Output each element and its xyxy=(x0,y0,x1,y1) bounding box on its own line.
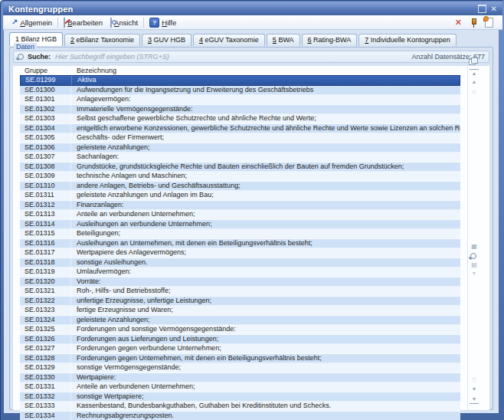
cell-bezeichnung: Forderungen aus Lieferungen und Leistung… xyxy=(71,335,460,344)
cell-bezeichnung: Ausleihungen an Unternehmen, mit denen e… xyxy=(71,239,460,248)
pin-icon[interactable] xyxy=(470,18,477,28)
table-row[interactable]: SE.01326Forderungen aus Lieferungen und … xyxy=(20,335,460,345)
cell-bezeichnung: geleistete Anzahlungen; xyxy=(71,143,460,153)
table-row[interactable]: SE.01329sonstige Vermögensgegenstände; xyxy=(20,363,460,373)
table-row[interactable]: SE.01324geleistete Anzahlungen; xyxy=(20,316,460,326)
column-header-gruppe[interactable]: Gruppe xyxy=(20,66,70,75)
menu-separator xyxy=(143,18,144,28)
table: Gruppe Bezeichnung SE.01299AktivaSE.0130… xyxy=(13,66,489,410)
menu-item-hilfe[interactable]: ?Hilfe xyxy=(146,17,180,28)
grid-icon[interactable]: ▦ xyxy=(470,243,479,251)
scroll-end-icon[interactable]: ▼ xyxy=(470,395,479,404)
menu-item-label: Allgemein xyxy=(20,18,52,27)
cell-gruppe: SE.01316 xyxy=(20,239,71,248)
table-row[interactable]: SE.01313Anteile an verbundenen Unternehm… xyxy=(20,210,460,220)
table-row[interactable]: SE.01302Immaterielle Vermögensgegenständ… xyxy=(20,105,460,115)
cell-bezeichnung: sonstige Wertpapiere; xyxy=(71,392,460,402)
menu-item-label: Ansicht xyxy=(114,18,138,27)
cell-bezeichnung: Grundstücke, grundstücksgleiche Rechte u… xyxy=(71,162,460,172)
table-row[interactable]: SE.01312Finanzanlagen: xyxy=(20,201,460,211)
cell-bezeichnung: unfertige Erzeugnisse, unfertige Leistun… xyxy=(71,297,460,306)
close-red-icon[interactable]: ✕ xyxy=(455,18,462,27)
tab-4[interactable]: 4 eGUV Taxonomie xyxy=(193,34,265,46)
table-row[interactable]: SE.01305Geschäfts- oder Firmenwert; xyxy=(20,133,460,143)
menu-item-ansicht[interactable]: Ansicht xyxy=(106,18,142,28)
table-row[interactable]: SE.01310andere Anlagen, Betriebs- und Ge… xyxy=(20,182,460,192)
search-input[interactable] xyxy=(55,53,405,61)
cell-gruppe: SE.01325 xyxy=(20,325,71,334)
tab-5[interactable]: 5 BWA xyxy=(267,34,300,46)
table-row[interactable]: SE.01332sonstige Wertpapiere; xyxy=(20,392,460,402)
tab-2[interactable]: 2 eBilanz Taxonomie xyxy=(64,34,140,46)
cell-bezeichnung: Anteile an verbundenen Unternehmen; xyxy=(71,382,460,392)
window-title: Kontengruppen xyxy=(3,5,73,14)
restore-icon[interactable] xyxy=(478,5,486,13)
window-controls: ✕ xyxy=(478,5,502,13)
scroll-top-icon[interactable]: ▲ xyxy=(470,69,479,77)
table-row[interactable]: SE.01334Rechnungsabgrenzungsposten. xyxy=(20,412,460,420)
cell-gruppe: SE.01308 xyxy=(20,162,71,172)
table-row[interactable]: SE.01322unfertige Erzeugnisse, unfertige… xyxy=(20,297,460,307)
cell-gruppe: SE.01315 xyxy=(20,229,71,238)
tab-7[interactable]: 7 Individuelle Kontogruppen xyxy=(358,34,457,46)
scroll-down-faint-icon[interactable]: ▽ xyxy=(470,376,479,384)
table-row[interactable]: SE.01320Vorräte: xyxy=(20,277,460,287)
table-row[interactable]: SE.01330Wertpapiere: xyxy=(20,373,460,383)
table-row[interactable]: SE.01308Grundstücke, grundstücksgleiche … xyxy=(20,162,460,172)
table-row[interactable]: SE.01300Aufwendungen für die Ingangsetzu… xyxy=(20,86,460,96)
table-row[interactable]: SE.01328Forderungen gegen Unternehmen, m… xyxy=(20,354,460,364)
scroll-down-icon[interactable]: ▼ xyxy=(470,386,479,393)
table-row[interactable]: SE.01319Umlaufvermögen: xyxy=(20,267,460,277)
cell-bezeichnung: fertige Erzeugnisse und Waren; xyxy=(71,306,460,315)
table-row[interactable]: SE.01318sonstige Ausleihungen. xyxy=(20,258,460,268)
table-row[interactable]: SE.01327Forderungen gegen verbundene Unt… xyxy=(20,344,460,354)
table-row[interactable]: SE.01314Ausleihungen an verbundene Unter… xyxy=(20,220,460,230)
table-row[interactable]: SE.01311geleistete Anzahlungen und Anlag… xyxy=(20,191,460,201)
cell-gruppe: SE.01313 xyxy=(20,210,71,219)
menu-item-bearbeiten[interactable]: Bearbeiten xyxy=(60,18,106,28)
content-area: 1 Bilanz HGB2 eBilanz Taxonomie3 GUV HGB… xyxy=(4,30,499,413)
cell-gruppe: SE.01307 xyxy=(20,153,71,162)
table-row[interactable]: SE.01307Sachanlagen: xyxy=(20,153,460,162)
tab-3[interactable]: 3 GUV HGB xyxy=(142,34,191,46)
cell-gruppe: SE.01333 xyxy=(20,402,71,411)
table-row[interactable]: SE.01306geleistete Anzahlungen; xyxy=(20,143,460,153)
note-icon[interactable] xyxy=(485,18,493,28)
column-header-bezeichnung[interactable]: Bezeichnung xyxy=(70,66,460,75)
cell-bezeichnung: geleistete Anzahlungen und Anlagen im Ba… xyxy=(71,191,460,200)
menu-item-allgemein[interactable]: ↗Allgemein xyxy=(8,18,56,28)
table-row[interactable]: SE.01323fertige Erzeugnisse und Waren; xyxy=(20,306,460,316)
tab-6[interactable]: 6 Rating-BWA xyxy=(302,34,358,46)
table-main: Gruppe Bezeichnung SE.01299AktivaSE.0130… xyxy=(20,66,460,410)
menu-item-label: Hilfe xyxy=(162,18,176,27)
table-row[interactable]: SE.01299Aktiva xyxy=(20,75,460,86)
cell-gruppe: SE.01329 xyxy=(20,363,71,372)
cell-gruppe: SE.01326 xyxy=(20,335,71,344)
table-row[interactable]: SE.01325Forderungen und sonstige Vermöge… xyxy=(20,325,460,335)
table-row[interactable]: SE.01309technische Anlagen und Maschinen… xyxy=(20,172,460,182)
page-down-icon[interactable]: ▼ xyxy=(470,270,479,277)
table-row[interactable]: SE.01316Ausleihungen an Unternehmen, mit… xyxy=(20,239,460,249)
table-row[interactable]: SE.01315Beteiligungen; xyxy=(20,229,460,239)
column-chooser-icon[interactable] xyxy=(469,57,477,64)
table-row[interactable]: SE.01301Anlagevermögen: xyxy=(20,95,460,105)
magnifier-icon[interactable] xyxy=(470,253,476,259)
table-row[interactable]: SE.01331Anteile an verbundenen Unternehm… xyxy=(20,382,460,392)
close-icon[interactable]: ✕ xyxy=(491,5,497,13)
cell-bezeichnung: Aufwendungen für die Ingangsetzung und E… xyxy=(71,86,460,95)
search-bar[interactable]: Suche: Anzahl Datensätze: 677 xyxy=(13,51,489,63)
list-icon[interactable]: ▤ xyxy=(470,261,479,269)
scroll-up-faint-icon[interactable]: △ xyxy=(470,87,479,95)
cell-gruppe: SE.01309 xyxy=(20,172,71,181)
cell-gruppe: SE.01310 xyxy=(20,182,71,191)
scroll-up-icon[interactable]: ▲ xyxy=(470,78,479,86)
menu-item-label: Bearbeiten xyxy=(67,18,103,27)
table-row[interactable]: SE.01304entgeltlich erworbene Konzession… xyxy=(20,124,460,134)
table-row[interactable]: SE.01321Roh-, Hilfs- und Betriebsstoffe; xyxy=(20,287,460,297)
search-label: Suche: xyxy=(28,53,51,61)
table-row[interactable]: SE.01333Kassenbestand, Bundesbankguthabe… xyxy=(20,402,460,412)
cell-bezeichnung: sonstige Ausleihungen. xyxy=(71,258,460,267)
table-row[interactable]: SE.01317Wertpapiere des Anlagevermögens; xyxy=(20,248,460,258)
table-row[interactable]: SE.01303Selbst geschaffene gewerbliche S… xyxy=(20,114,460,124)
cell-bezeichnung: Sachanlagen: xyxy=(71,153,460,162)
